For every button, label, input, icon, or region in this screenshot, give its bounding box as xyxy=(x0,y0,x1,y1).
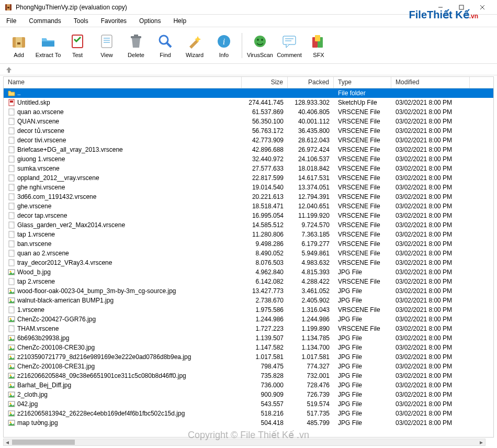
file-modified: 03/02/2021 8:00 PM xyxy=(391,193,470,200)
col-name[interactable]: Name xyxy=(4,77,242,88)
table-row[interactable]: oppland_2012__vray.vrscene22.817.59914.6… xyxy=(4,173,493,183)
col-size[interactable]: Size xyxy=(242,77,288,88)
scroll-left-icon[interactable]: ◂ xyxy=(4,439,11,445)
col-type[interactable]: Type xyxy=(334,77,391,88)
table-row[interactable]: z2162066205848_09c38e6651901ce311c5c080b… xyxy=(4,371,493,380)
table-row[interactable]: 2_cloth.jpg900.909726.739JPG File03/02/2… xyxy=(4,390,493,399)
menu-options[interactable]: Options xyxy=(136,16,164,26)
file-name: tray_decor2012_VRay3.4.vrscene xyxy=(17,259,112,266)
file-rows[interactable]: ..File folderUntitled.skp274.441.745128.… xyxy=(4,88,493,437)
file-size: 22.817.599 xyxy=(242,174,288,182)
table-row[interactable]: z2162065813942_26228ec4ebb169def4f6b1fbc… xyxy=(4,409,493,418)
file-type: VRSCENE File xyxy=(334,221,391,229)
toolbar: AddExtract ToTestViewDeleteFindWizardiIn… xyxy=(0,27,497,64)
file-name: ChenZc-200427-GGR76.jpg xyxy=(17,316,96,323)
table-row[interactable]: Wood_b.jpg4.962.8404.815.393JPG File03/0… xyxy=(4,267,493,277)
table-row[interactable]: QUAN.vrscene56.350.10040.001.112VRSCENE … xyxy=(4,117,493,126)
table-row[interactable]: sumka.vrscene27.577.63318.018.842VRSCENE… xyxy=(4,164,493,173)
file-name: 2_cloth.jpg xyxy=(17,391,48,398)
table-row[interactable]: z2103590721779_8d216e989169e3e222e0ad078… xyxy=(4,352,493,362)
table-row[interactable]: 1.vrscene1.975.5861.316.043VRSCENE File0… xyxy=(4,305,493,315)
file-icon xyxy=(8,108,15,116)
table-row[interactable]: ChenZc-200108-CRE30.jpg1.147.5821.134.70… xyxy=(4,343,493,352)
horizontal-scrollbar[interactable]: ◂ ▸ xyxy=(3,439,485,446)
file-size: 8.076.503 xyxy=(242,259,288,266)
table-row[interactable]: Briefcase+DG_all_vray_2013.vrscene42.896… xyxy=(4,145,493,154)
extract-button[interactable]: Extract To xyxy=(33,29,63,62)
toolbar-label: Add xyxy=(14,52,24,58)
table-row[interactable]: ChenZc-200427-GGR76.jpg1.244.9861.244.98… xyxy=(4,315,493,324)
table-row[interactable]: wood-floor-oak-0023-04_bump_3m-by-3m_cg-… xyxy=(4,286,493,296)
table-row[interactable]: decor tủ.vrscene56.763.17236.435.800VRSC… xyxy=(4,126,493,136)
file-packed: 11.199.920 xyxy=(288,212,334,219)
table-row[interactable]: decor tap.vrscene16.995.05411.199.920VRS… xyxy=(4,211,493,220)
menu-file[interactable]: File xyxy=(3,16,19,26)
file-name: map tường.jpg xyxy=(17,419,58,427)
table-row[interactable]: THAM.vrscene1.727.2231.199.890VRSCENE Fi… xyxy=(4,324,493,333)
file-icon xyxy=(8,203,15,210)
file-name: Wood_b.jpg xyxy=(17,268,51,276)
file-modified: 03/02/2021 8:00 PM xyxy=(391,203,470,210)
parent-folder-row[interactable]: ..File folder xyxy=(4,88,493,98)
window-title: PhongNguThienVy.zip (evaluation copy) xyxy=(16,4,430,11)
find-button[interactable]: Find xyxy=(151,29,180,62)
sfx-button[interactable]: SFX xyxy=(304,29,333,62)
minimize-button[interactable] xyxy=(430,1,451,14)
menu-tools[interactable]: Tools xyxy=(71,16,92,26)
table-row[interactable]: decor tivi.vrscene42.773.90928.612.043VR… xyxy=(4,136,493,145)
maximize-button[interactable] xyxy=(451,1,472,14)
titlebar: PhongNguThienVy.zip (evaluation copy) xyxy=(0,0,497,15)
file-packed: 3.461.052 xyxy=(288,287,334,295)
table-row[interactable]: map tường.jpg504.418485.799JPG File03/02… xyxy=(4,418,493,428)
file-size: 61.537.869 xyxy=(242,108,288,116)
test-button[interactable]: Test xyxy=(63,29,92,62)
table-row[interactable]: quan ao.vrscene61.537.86940.406.805VRSCE… xyxy=(4,107,493,117)
table-row[interactable]: giuong 1.vrscene32.440.97224.106.537VRSC… xyxy=(4,154,493,164)
svg-rect-15 xyxy=(131,36,141,38)
scroll-thumb[interactable] xyxy=(12,440,75,445)
file-name: z2103590721779_8d216e989169e3e222e0ad078… xyxy=(17,353,191,361)
svg-point-63 xyxy=(10,346,12,348)
svg-rect-16 xyxy=(134,35,138,36)
comment-button[interactable]: Comment xyxy=(275,29,304,62)
file-icon xyxy=(8,344,15,351)
close-button[interactable] xyxy=(472,1,493,14)
table-row[interactable]: 3d66.com_1191432.vrscene20.221.61312.794… xyxy=(4,192,493,201)
wizard-button[interactable]: Wizard xyxy=(180,29,209,62)
up-bar[interactable] xyxy=(0,64,497,75)
menu-favorites[interactable]: Favorites xyxy=(98,16,130,26)
view-button[interactable]: View xyxy=(92,29,121,62)
table-row[interactable]: Untitled.skp274.441.745128.933.302Sketch… xyxy=(4,98,493,107)
svg-point-22 xyxy=(257,39,259,41)
table-row[interactable]: quan ao 2.vrscene8.490.0525.949.861VRSCE… xyxy=(4,249,493,258)
table-row[interactable]: tap 1.vrscene11.280.8067.363.185VRSCENE … xyxy=(4,230,493,239)
table-row[interactable]: 6b6963b29938.jpg1.139.5071.134.785JPG Fi… xyxy=(4,333,493,343)
add-button[interactable]: Add xyxy=(4,29,33,62)
file-modified: 03/02/2021 8:00 PM xyxy=(391,287,470,295)
table-row[interactable]: tap 2.vrscene6.142.0824.288.422VRSCENE F… xyxy=(4,277,493,286)
table-row[interactable]: ghe.vrscene18.518.47112.040.651VRSCENE F… xyxy=(4,201,493,211)
info-button[interactable]: iInfo xyxy=(209,29,239,62)
menu-help[interactable]: Help xyxy=(170,16,189,26)
table-row[interactable]: walnut-black-american BUMP1.jpg2.738.670… xyxy=(4,296,493,305)
file-type: JPG File xyxy=(334,268,391,276)
table-row[interactable]: ban.vrscene9.498.2866.179.277VRSCENE Fil… xyxy=(4,239,493,249)
table-row[interactable]: ChenZc-200108-CRE31.jpg798.475774.327JPG… xyxy=(4,362,493,371)
table-row[interactable]: Glass_garden_ver2_Max2014.vrscene14.585.… xyxy=(4,220,493,230)
table-row[interactable]: tray_decor2012_VRay3.4.vrscene8.076.5034… xyxy=(4,258,493,267)
delete-button[interactable]: Delete xyxy=(121,29,151,62)
file-packed: 1.134.700 xyxy=(288,344,334,351)
col-modified[interactable]: Modified xyxy=(391,77,470,88)
virus-button[interactable]: VirusScan xyxy=(245,29,275,62)
table-row[interactable]: ghe nghi.vrscene19.014.54013.374.051VRSC… xyxy=(4,183,493,192)
file-icon xyxy=(8,174,15,182)
table-row[interactable]: Barhat_Bej_Diff.jpg736.000728.476JPG Fil… xyxy=(4,380,493,390)
menu-commands[interactable]: Commands xyxy=(26,16,64,26)
col-packed[interactable]: Packed xyxy=(288,77,334,88)
file-modified: 03/02/2021 8:00 PM xyxy=(391,268,470,276)
file-type: VRSCENE File xyxy=(334,250,391,257)
file-packed: 2.405.902 xyxy=(288,297,334,304)
scroll-right-icon[interactable]: ▸ xyxy=(478,439,485,445)
file-icon xyxy=(8,363,15,370)
table-row[interactable]: 042.jpg543.557519.574JPG File03/02/2021 … xyxy=(4,399,493,409)
